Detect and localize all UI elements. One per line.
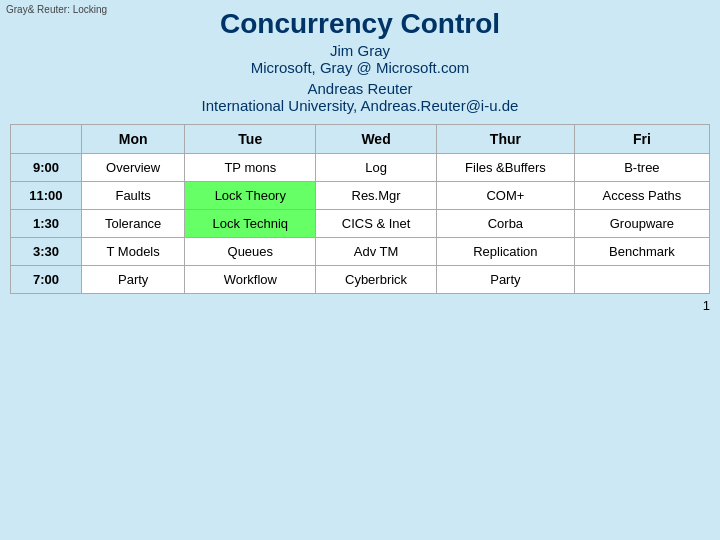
page-number: 1 [10,298,710,313]
schedule-cell: Lock Techniq [185,210,316,238]
schedule-cell: Party [81,266,185,294]
schedule-cell: Faults [81,182,185,210]
table-row: 3:30T ModelsQueuesAdv TMReplicationBench… [11,238,710,266]
schedule-cell: CICS & Inet [316,210,437,238]
schedule-cell: Corba [436,210,574,238]
schedule-cell: B-tree [574,154,709,182]
header-tue: Tue [185,125,316,154]
schedule-cell: Replication [436,238,574,266]
header-mon: Mon [81,125,185,154]
page-wrapper: Concurrency Control Jim Gray Microsoft, … [0,0,720,313]
schedule-cell: Benchmark [574,238,709,266]
header-time [11,125,82,154]
schedule-cell: Groupware [574,210,709,238]
schedule-cell: Access Paths [574,182,709,210]
time-cell: 7:00 [11,266,82,294]
schedule-cell: Adv TM [316,238,437,266]
time-cell: 1:30 [11,210,82,238]
schedule-cell: Lock Theory [185,182,316,210]
header-row: Mon Tue Wed Thur Fri [11,125,710,154]
schedule-cell: Workflow [185,266,316,294]
time-cell: 9:00 [11,154,82,182]
table-row: 1:30ToleranceLock TechniqCICS & InetCorb… [11,210,710,238]
schedule-cell: Cyberbrick [316,266,437,294]
schedule-cell: Queues [185,238,316,266]
table-row: 9:00OverviewTP monsLogFiles &BuffersB-tr… [11,154,710,182]
header-thur: Thur [436,125,574,154]
time-cell: 3:30 [11,238,82,266]
schedule-cell: Tolerance [81,210,185,238]
header-wed: Wed [316,125,437,154]
schedule-cell: Res.Mgr [316,182,437,210]
schedule-cell: Overview [81,154,185,182]
schedule-cell: Files &Buffers [436,154,574,182]
page-title: Concurrency Control [220,8,500,40]
subtitle-andreas-reuter: Andreas Reuter International University,… [202,80,519,114]
watermark: Gray& Reuter: Locking [6,4,107,15]
schedule-cell: TP mons [185,154,316,182]
time-cell: 11:00 [11,182,82,210]
schedule-cell: COM+ [436,182,574,210]
schedule-cell [574,266,709,294]
table-row: 7:00PartyWorkflowCyberbrickParty [11,266,710,294]
schedule-cell: T Models [81,238,185,266]
subtitle-jim-gray: Jim Gray Microsoft, Gray @ Microsoft.com [251,42,470,76]
table-row: 11:00FaultsLock TheoryRes.MgrCOM+Access … [11,182,710,210]
header-fri: Fri [574,125,709,154]
schedule-cell: Party [436,266,574,294]
schedule-cell: Log [316,154,437,182]
schedule-table: Mon Tue Wed Thur Fri 9:00OverviewTP mons… [10,124,710,294]
